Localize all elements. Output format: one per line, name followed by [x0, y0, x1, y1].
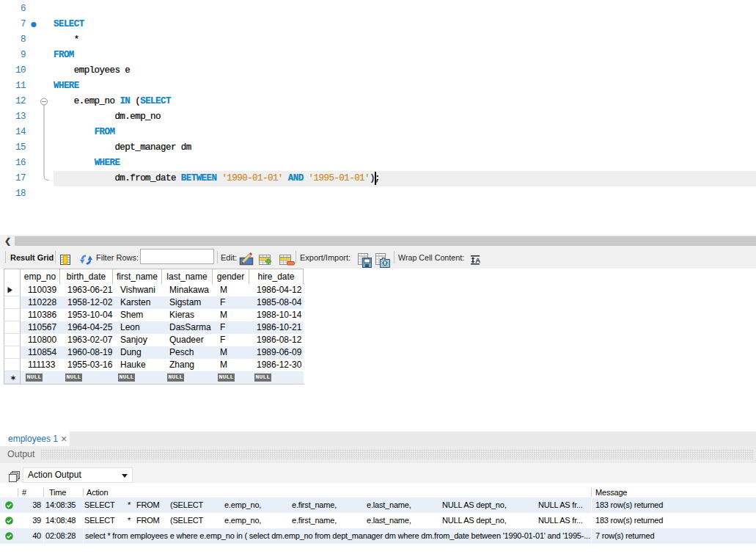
svg-text:A: A: [475, 256, 480, 264]
